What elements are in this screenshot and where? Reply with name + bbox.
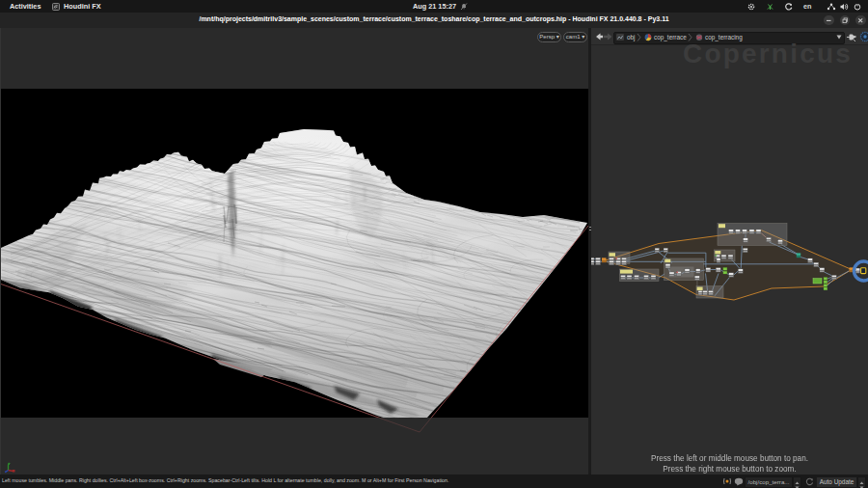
svg-text:obj: obj xyxy=(627,34,636,41)
